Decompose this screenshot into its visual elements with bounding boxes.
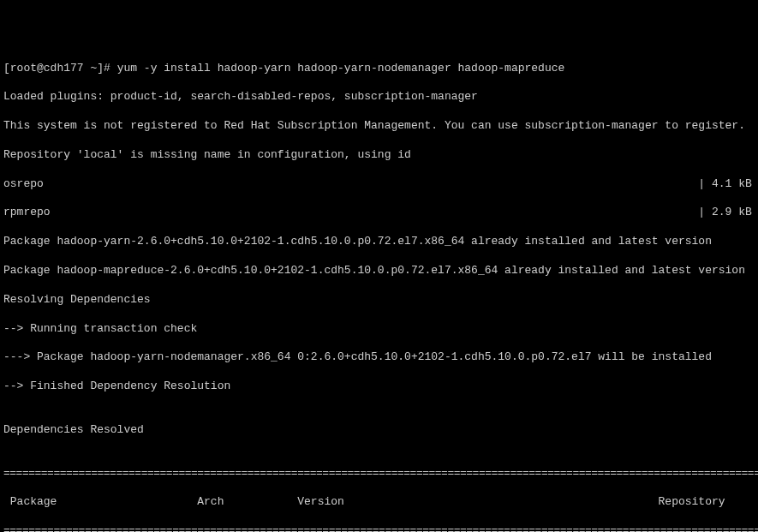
- terminal-line: Package hadoop-yarn-2.6.0+cdh5.10.0+2102…: [3, 235, 755, 249]
- separator-line: ========================================…: [3, 467, 755, 481]
- terminal-line: rpmrepo | 2.9 kB 00:00:00: [3, 206, 755, 220]
- terminal-line: Resolving Dependencies: [3, 293, 755, 308]
- shell-prompt: [root@cdh177 ~]#: [3, 62, 117, 75]
- terminal-line: This system is not registered to Red Hat…: [3, 119, 755, 134]
- terminal-line: Loaded plugins: product-id, search-disab…: [3, 90, 755, 105]
- command-text: yum -y install hadoop-yarn hadoop-yarn-n…: [117, 62, 565, 75]
- terminal-line: [root@cdh177 ~]# yum -y install hadoop-y…: [3, 62, 755, 76]
- terminal-line: Package hadoop-mapreduce-2.6.0+cdh5.10.0…: [3, 264, 755, 278]
- table-header: Package Arch Version Repository Size: [3, 495, 755, 510]
- terminal-line: --> Finished Dependency Resolution: [3, 380, 755, 394]
- terminal-line: --> Running transaction check: [3, 322, 755, 337]
- terminal-line: ---> Package hadoop-yarn-nodemanager.x86…: [3, 350, 755, 365]
- terminal-line: Dependencies Resolved: [3, 423, 755, 438]
- terminal-line: Repository 'local' is missing name in co…: [3, 148, 755, 163]
- terminal-line: osrepo | 4.1 kB 00:00:00: [3, 177, 755, 192]
- separator-line: ========================================…: [3, 524, 755, 532]
